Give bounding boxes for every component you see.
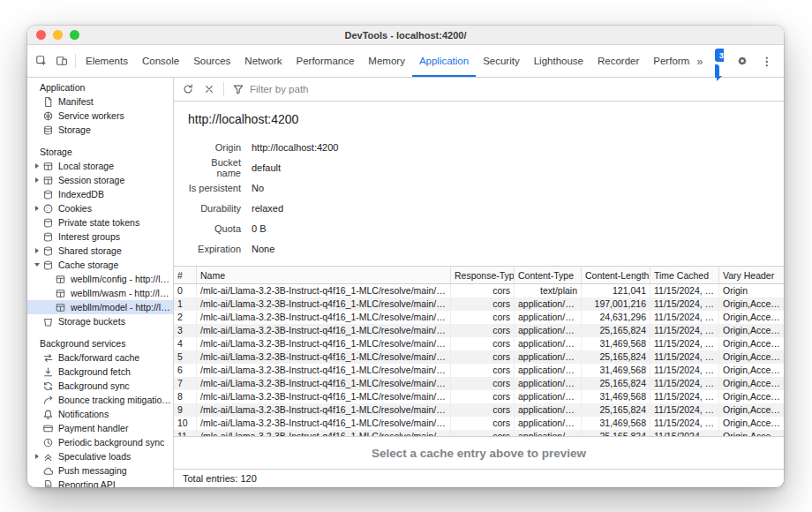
sidebar-item-reporting-api[interactable]: Reporting API (27, 478, 173, 487)
sidebar-item-label: Interest groups (58, 231, 173, 242)
tabbar-right-icons: » 3 ⋮ (690, 45, 784, 77)
minimize-window-button[interactable] (53, 30, 63, 40)
column-header-vary-header[interactable]: Vary Header (719, 267, 784, 283)
tree-collapsed-arrow-icon[interactable] (32, 206, 41, 211)
cache-toolbar (174, 78, 784, 102)
tree-expanded-arrow-icon[interactable] (32, 263, 41, 267)
cell-content-length: 25,165,824 (582, 430, 650, 436)
sidebar-item-shared-storage[interactable]: Shared storage (27, 244, 173, 258)
more-options-icon[interactable]: ⋮ (757, 51, 776, 71)
sidebar-item-background-sync[interactable]: Background sync (27, 379, 173, 393)
sidebar-item-speculative-loads[interactable]: Speculative loads (27, 449, 173, 463)
cell-response-type: cors (451, 284, 515, 297)
cache-entry-row[interactable]: 2/mlc-ai/Llama-3.2-3B-Instruct-q4f16_1-M… (174, 311, 784, 324)
cache-entry-row[interactable]: 4/mlc-ai/Llama-3.2-3B-Instruct-q4f16_1-M… (174, 337, 784, 350)
table-body: 0/mlc-ai/Llama-3.2-3B-Instruct-q4f16_1-M… (174, 284, 784, 436)
sidebar-item-session-storage[interactable]: Session storage (27, 173, 173, 187)
console-messages-button[interactable]: 3 (715, 45, 726, 77)
cell-response-type: cors (451, 337, 515, 350)
sidebar-item-label: Speculative loads (58, 451, 173, 462)
sidebar-item-service-workers[interactable]: Service workers (27, 109, 173, 123)
sidebar-item-push-messaging[interactable]: Push messaging (27, 463, 173, 478)
metadata-value: 0 B (252, 223, 267, 234)
column-header-response-type[interactable]: Response-Type (451, 267, 515, 283)
tab-console[interactable]: Console (135, 45, 186, 77)
tree-collapsed-arrow-icon[interactable] (32, 177, 41, 183)
devtools-window: DevTools - localhost:4200/ ElementsConso… (27, 26, 784, 487)
tab-sources[interactable]: Sources (186, 45, 237, 77)
tab-performance[interactable]: Performance (289, 45, 362, 77)
filter-by-path-input[interactable] (250, 84, 462, 94)
sidebar-item-label: webllm/model - http://loc… (71, 302, 173, 312)
zoom-window-button[interactable] (70, 30, 79, 40)
cell-name: /mlc-ai/Llama-3.2-3B-Instruct-q4f16_1-ML… (197, 390, 451, 403)
table-icon (41, 161, 55, 172)
tree-collapsed-arrow-icon[interactable] (32, 454, 41, 459)
sidebar-item-label: Push messaging (58, 465, 173, 476)
bell-icon (41, 409, 55, 420)
tree-collapsed-arrow-icon[interactable] (32, 248, 41, 253)
sidebar-item-local-storage[interactable]: Local storage (27, 159, 173, 173)
sidebar-item-payment-handler[interactable]: Payment handler (27, 421, 173, 435)
column-header-name[interactable]: Name (197, 267, 451, 283)
column-header-content-length[interactable]: Content-Length (582, 267, 650, 283)
sidebar-section-background-services: Background services (27, 336, 173, 350)
tree-collapsed-arrow-icon[interactable] (32, 163, 41, 169)
preview-placeholder-text: Select a cache entry above to preview (372, 447, 586, 460)
cache-entry-row[interactable]: 11/mlc-ai/Llama-3.2-3B-Instruct-q4f16_1-… (174, 430, 784, 436)
sidebar-item-label: Payment handler (58, 423, 173, 433)
cache-entry-row[interactable]: 8/mlc-ai/Llama-3.2-3B-Instruct-q4f16_1-M… (174, 390, 784, 403)
sidebar-item-bounce-tracking-mitigations[interactable]: Bounce tracking mitigations (27, 393, 173, 407)
tab-application[interactable]: Application (412, 45, 476, 77)
tab-lighthouse[interactable]: Lighthouse (527, 45, 590, 77)
sidebar-item-back-forward-cache[interactable]: Back/forward cache (27, 350, 173, 365)
metadata-value: relaxed (252, 203, 283, 214)
delete-selected-icon[interactable] (199, 79, 219, 99)
cell-content-length: 31,469,568 (582, 417, 650, 430)
tab-elements[interactable]: Elements (79, 45, 135, 77)
tab-recorder[interactable]: Recorder (590, 45, 646, 77)
sidebar-item-private-state-tokens[interactable]: Private state tokens (27, 215, 173, 230)
cache-entry-row[interactable]: 3/mlc-ai/Llama-3.2-3B-Instruct-q4f16_1-M… (174, 324, 784, 337)
tab-label: Memory (368, 56, 405, 66)
cache-entry-row[interactable]: 6/mlc-ai/Llama-3.2-3B-Instruct-q4f16_1-M… (174, 364, 784, 377)
settings-gear-icon[interactable] (733, 51, 751, 71)
cache-entry-row[interactable]: 7/mlc-ai/Llama-3.2-3B-Instruct-q4f16_1-M… (174, 377, 784, 390)
sidebar-item-webllm-config-http-loc[interactable]: webllm/config - http://loc… (27, 272, 173, 286)
column-header-content-type[interactable]: Content-Type (515, 267, 582, 283)
sidebar-item-webllm-model-http-loc[interactable]: webllm/model - http://loc… (27, 300, 173, 314)
cell-name: /mlc-ai/Llama-3.2-3B-Instruct-q4f16_1-ML… (197, 403, 451, 417)
sidebar-item-storage[interactable]: Storage (27, 123, 173, 137)
cache-entry-row[interactable]: 5/mlc-ai/Llama-3.2-3B-Instruct-q4f16_1-M… (174, 350, 784, 364)
tab-memory[interactable]: Memory (361, 45, 412, 77)
cache-entry-row[interactable]: 9/mlc-ai/Llama-3.2-3B-Instruct-q4f16_1-M… (174, 403, 784, 417)
metadata-row-origin: Originhttp://localhost:4200 (186, 137, 784, 157)
sidebar-item-cache-storage[interactable]: Cache storage (27, 258, 173, 272)
column-header-num[interactable]: # (174, 267, 197, 283)
sidebar-item-background-fetch[interactable]: Background fetch (27, 365, 173, 379)
refresh-icon[interactable] (178, 79, 198, 99)
inspect-element-icon[interactable] (32, 51, 51, 71)
sidebar-item-indexeddb[interactable]: IndexedDB (27, 187, 173, 201)
tab-network[interactable]: Network (237, 45, 289, 77)
cell-response-type: cors (451, 403, 515, 417)
application-sidebar: ApplicationManifestService workersStorag… (27, 78, 174, 487)
sidebar-item-webllm-wasm-http-loca[interactable]: webllm/wasm - http://loca… (27, 286, 173, 300)
column-header-time-cached[interactable]: Time Cached (650, 267, 719, 283)
panel-tabs: ElementsConsoleSourcesNetworkPerformance… (79, 45, 690, 77)
tab-performance-insights[interactable]: Performance insights (646, 45, 690, 77)
close-window-button[interactable] (36, 30, 46, 40)
sidebar-item-periodic-background-sync[interactable]: Periodic background sync (27, 435, 173, 449)
device-toolbar-icon[interactable] (52, 51, 71, 71)
cache-entry-row[interactable]: 1/mlc-ai/Llama-3.2-3B-Instruct-q4f16_1-M… (174, 297, 784, 311)
sidebar-item-notifications[interactable]: Notifications (27, 407, 173, 421)
sidebar-item-storage-buckets[interactable]: Storage buckets (27, 314, 173, 328)
cache-entry-row[interactable]: 0/mlc-ai/Llama-3.2-3B-Instruct-q4f16_1-M… (174, 284, 784, 297)
cache-entry-row[interactable]: 10/mlc-ai/Llama-3.2-3B-Instruct-q4f16_1-… (174, 417, 784, 430)
sidebar-item-cookies[interactable]: Cookies (27, 201, 173, 215)
sidebar-item-manifest[interactable]: Manifest (27, 94, 173, 109)
sidebar-item-interest-groups[interactable]: Interest groups (27, 230, 173, 244)
tab-security[interactable]: Security (476, 45, 527, 77)
more-panels-icon[interactable]: » (690, 51, 709, 71)
sidebar-section-application: Application (27, 80, 173, 94)
